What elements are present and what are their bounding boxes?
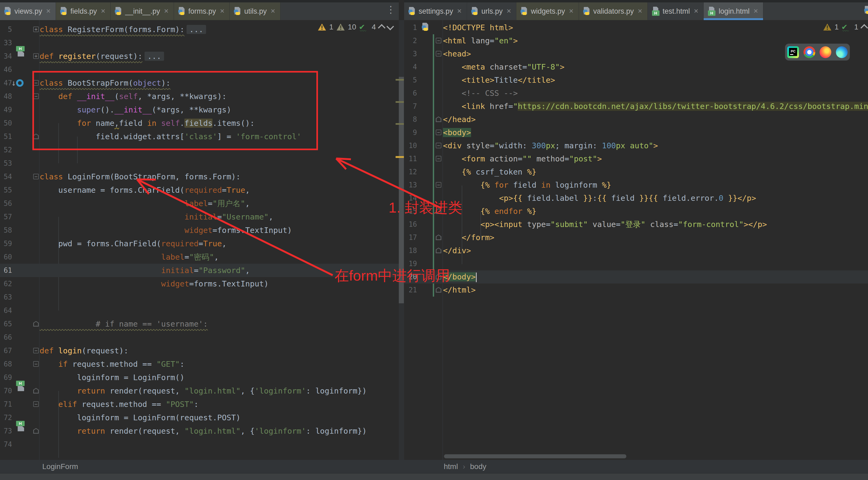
- line-number[interactable]: 4: [404, 60, 417, 73]
- chrome-icon[interactable]: [804, 46, 815, 58]
- line-number[interactable]: 3: [404, 48, 417, 60]
- fold-end-icon[interactable]: [33, 133, 39, 139]
- scrollbar-warning-stripe[interactable]: [396, 123, 404, 125]
- line-number[interactable]: 58: [0, 223, 12, 237]
- left-editor-vertical-scrollbar[interactable]: [399, 77, 404, 303]
- line-number[interactable]: 59: [0, 237, 12, 250]
- line-number[interactable]: 9: [404, 126, 417, 139]
- line-number[interactable]: 13: [404, 179, 417, 192]
- line-number[interactable]: 55: [0, 183, 12, 197]
- fold-collapse-icon[interactable]: −: [436, 129, 441, 135]
- line-number[interactable]: 52: [0, 143, 12, 157]
- tab-urls.py[interactable]: urls.py✕: [467, 2, 517, 20]
- tab-validators.py[interactable]: validators.py✕: [579, 2, 648, 20]
- fold-end-icon[interactable]: [436, 248, 441, 253]
- edge-icon[interactable]: [836, 46, 848, 58]
- firefox-icon[interactable]: [819, 46, 831, 58]
- scrollbar-warning-stripe[interactable]: [396, 79, 404, 81]
- fold-end-icon[interactable]: [436, 116, 441, 122]
- line-number[interactable]: 71: [0, 397, 12, 411]
- tab-__init__.py[interactable]: __init__.py✕: [111, 2, 174, 20]
- line-number[interactable]: 33: [0, 36, 12, 50]
- fold-end-icon[interactable]: [436, 287, 441, 293]
- line-number[interactable]: 50: [0, 116, 12, 130]
- fold-collapse-icon[interactable]: −: [33, 93, 39, 99]
- fold-collapse-icon[interactable]: −: [33, 361, 39, 367]
- tab-widgets.py[interactable]: widgets.py✕: [516, 2, 579, 20]
- line-number[interactable]: 1: [404, 21, 417, 34]
- line-number[interactable]: 14: [404, 192, 417, 205]
- line-number[interactable]: 54: [0, 170, 12, 183]
- fold-collapse-icon[interactable]: −: [436, 182, 441, 188]
- line-number[interactable]: 5: [0, 23, 12, 36]
- editor-login-html[interactable]: 1<!DOCTYPE html>2−<html lang="en">3−<hea…: [404, 20, 868, 460]
- line-number[interactable]: 49: [0, 103, 12, 116]
- fold-collapse-icon[interactable]: −: [33, 348, 39, 353]
- fold-end-icon[interactable]: [436, 235, 441, 240]
- fold-end-icon[interactable]: [33, 428, 39, 434]
- tab-settings.py[interactable]: settings.py✕: [404, 2, 467, 20]
- line-number[interactable]: 61: [0, 264, 12, 277]
- breadcrumb-loginform[interactable]: LoginForm: [42, 462, 78, 471]
- close-icon[interactable]: ✕: [164, 8, 168, 15]
- line-number[interactable]: 63: [0, 291, 12, 304]
- line-number[interactable]: 57: [0, 210, 12, 223]
- fold-end-icon[interactable]: [436, 274, 441, 279]
- line-number[interactable]: 47: [0, 76, 12, 90]
- fold-collapse-icon[interactable]: −: [436, 143, 441, 148]
- tab-views.py[interactable]: views.py✕: [0, 2, 56, 20]
- line-number[interactable]: 46: [0, 63, 12, 76]
- editor-views-py[interactable]: 5+class RegisterForm(forms.Form):...3334…: [0, 20, 399, 460]
- line-number[interactable]: 67: [0, 344, 12, 357]
- fold-end-icon[interactable]: [33, 388, 39, 393]
- inspections-widget-right[interactable]: 1✔﹏1: [823, 23, 867, 31]
- line-number[interactable]: 12: [404, 166, 417, 179]
- close-icon[interactable]: ✕: [457, 8, 462, 15]
- tab-overflow-menu-icon[interactable]: ⋮: [386, 4, 396, 15]
- line-number[interactable]: 74: [0, 438, 12, 451]
- close-icon[interactable]: ✕: [46, 8, 51, 15]
- fold-collapse-icon[interactable]: −: [33, 174, 39, 179]
- line-number[interactable]: 34: [0, 50, 12, 63]
- fold-end-icon[interactable]: [436, 208, 441, 214]
- line-number[interactable]: 16: [404, 218, 417, 231]
- tab-fields.py[interactable]: fields.py✕: [56, 2, 111, 20]
- line-number[interactable]: 17: [404, 231, 417, 244]
- scrollbar-warning-stripe[interactable]: [396, 156, 404, 158]
- line-number[interactable]: 70: [0, 384, 12, 397]
- close-icon[interactable]: ✕: [101, 8, 105, 15]
- line-number[interactable]: 48: [0, 90, 12, 103]
- line-number[interactable]: 51: [0, 130, 12, 143]
- line-number[interactable]: 66: [0, 331, 12, 344]
- line-number[interactable]: 11: [404, 152, 417, 166]
- chevron-up-icon[interactable]: [861, 24, 868, 32]
- line-number[interactable]: 64: [0, 304, 12, 317]
- fold-collapse-icon[interactable]: −: [436, 51, 441, 57]
- close-icon[interactable]: ✕: [569, 8, 574, 15]
- line-number[interactable]: 5: [404, 73, 417, 87]
- fold-expand-icon[interactable]: +: [33, 53, 39, 59]
- line-number[interactable]: 69: [0, 371, 12, 384]
- close-icon[interactable]: ✕: [506, 8, 511, 15]
- breadcrumb-html[interactable]: html: [444, 462, 458, 471]
- fold-collapse-icon[interactable]: −: [33, 401, 39, 407]
- line-number[interactable]: 68: [0, 357, 12, 371]
- close-icon[interactable]: ✕: [271, 8, 275, 15]
- line-number[interactable]: 53: [0, 157, 12, 170]
- line-number[interactable]: 18: [404, 244, 417, 257]
- close-icon[interactable]: ✕: [220, 8, 224, 15]
- line-number[interactable]: 65: [0, 317, 12, 331]
- inspections-widget-left[interactable]: 110✔﹏4: [318, 23, 393, 31]
- close-icon[interactable]: ✕: [753, 8, 758, 15]
- tab-utils.py[interactable]: utils.py✕: [230, 2, 280, 20]
- pycharm-icon[interactable]: PC: [787, 46, 799, 58]
- line-number[interactable]: 8: [404, 113, 417, 126]
- line-number[interactable]: 60: [0, 250, 12, 264]
- fold-collapse-icon[interactable]: −: [436, 38, 441, 43]
- line-number[interactable]: 21: [404, 283, 417, 297]
- line-number[interactable]: 7: [404, 100, 417, 113]
- line-number[interactable]: 20: [404, 270, 417, 283]
- line-number[interactable]: 2: [404, 34, 417, 48]
- chevron-up-icon[interactable]: [378, 24, 385, 32]
- line-number[interactable]: 19: [404, 257, 417, 270]
